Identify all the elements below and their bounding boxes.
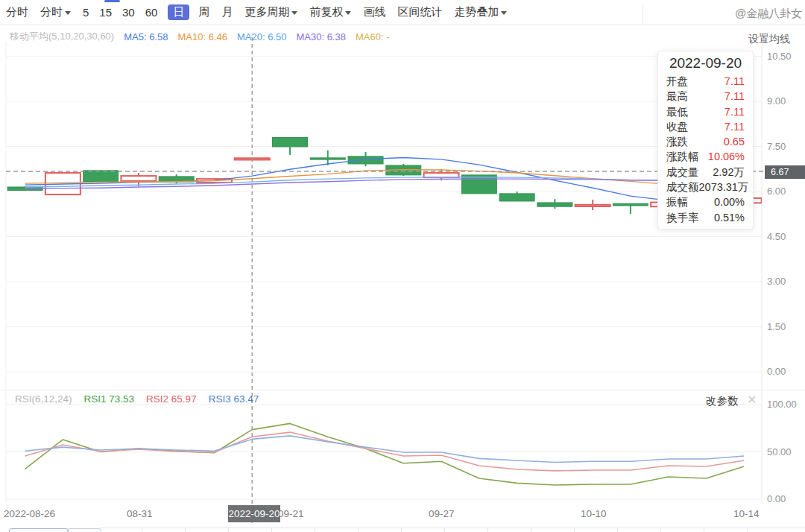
tooltip-value: 2.92万: [713, 165, 745, 180]
bottom-strip-tick: [315, 528, 315, 532]
rsi-edit-params-button[interactable]: 改参数: [706, 394, 739, 408]
rsi-legend-title: RSI(6,12,24): [15, 393, 72, 405]
bottom-strip-border: [100, 528, 805, 528]
price-tick: 1.50: [767, 322, 786, 332]
current-price-badge: 6.67: [765, 165, 805, 179]
bottom-tab-strip: [0, 524, 805, 532]
bottom-tab[interactable]: [67, 528, 101, 532]
x-axis-label: 09-21: [278, 508, 304, 519]
tooltip-label: 成交量: [666, 165, 699, 180]
rsi3-value: RSI3 63.47: [209, 393, 259, 405]
tooltip-value: 0.65: [724, 134, 745, 149]
bottom-strip-tick: [531, 528, 531, 532]
tooltip-label: 涨跌幅: [666, 149, 699, 164]
rsi-legend: RSI(6,12,24) RSI1 73.53 RSI2 65.97 RSI3 …: [15, 393, 259, 405]
bottom-strip-tick: [574, 528, 575, 532]
rsi-tick: 50.00: [767, 447, 792, 457]
tooltip-value: 7.11: [724, 74, 745, 89]
bottom-strip-tick: [704, 528, 704, 532]
rsi-tick: 0.00: [767, 494, 786, 504]
ohlc-tooltip: 2022-09-20 开盘7.11 最高7.11 最低7.11 收盘7.11 涨…: [657, 51, 754, 229]
stock-chart-app: 分时 分时 5 15 30 60 日 周 月 更多周期 前复权 画线 区间统计 …: [0, 0, 805, 532]
tooltip-value: 10.06%: [708, 149, 745, 164]
tooltip-label: 收盘: [666, 119, 688, 134]
price-tick: 7.50: [767, 142, 786, 152]
tooltip-value: 7.11: [724, 119, 745, 134]
bottom-strip-tick: [228, 528, 229, 532]
rsi2-value: RSI2 65.97: [146, 393, 197, 405]
tooltip-label: 开盘: [666, 74, 688, 89]
close-icon[interactable]: ✕: [747, 393, 757, 407]
bottom-strip-tick: [358, 528, 359, 532]
x-axis-label: 09-27: [429, 508, 455, 519]
tooltip-value: 7.11: [724, 104, 745, 119]
x-axis-label: 10-14: [733, 508, 760, 519]
x-axis-label: 08-31: [127, 508, 153, 519]
bottom-strip-tick: [401, 528, 402, 532]
bottom-strip-tick: [487, 528, 488, 532]
bottom-strip-tick: [660, 528, 661, 532]
tooltip-value: 2073.31万: [699, 180, 749, 194]
bottom-strip-tick: [142, 528, 142, 532]
tooltip-label: 换手率: [666, 210, 699, 225]
bottom-strip-tick: [444, 528, 445, 532]
price-tick: 4.50: [767, 232, 786, 242]
price-tick: 0.00: [767, 367, 786, 377]
tooltip-label: 涨跌: [666, 134, 688, 149]
tooltip-value: 7.11: [724, 89, 745, 104]
price-tick: 3.00: [767, 276, 786, 287]
price-tick: 9.00: [767, 96, 786, 107]
tooltip-value: 0.00%: [714, 194, 745, 209]
price-tick: 10.50: [767, 51, 792, 62]
bottom-strip-tick: [271, 528, 272, 532]
bottom-strip-tick: [617, 528, 618, 532]
tooltip-label: 成交额: [666, 180, 699, 194]
price-tick: 6.00: [767, 186, 786, 197]
tooltip-label: 最低: [666, 104, 688, 119]
crosshair-date-badge: 2022-09-20: [228, 505, 280, 522]
bottom-strip-tick: [747, 528, 748, 532]
x-axis-label: 10-10: [581, 508, 607, 519]
tooltip-label: 振幅: [666, 194, 688, 209]
x-axis-label: 2022-08-26: [4, 508, 55, 519]
rsi-tick: 100.00: [767, 399, 797, 410]
bottom-strip-tick: [185, 528, 186, 532]
tooltip-value: 0.51%: [714, 210, 745, 225]
rsi1-value: RSI1 73.53: [84, 393, 135, 405]
bottom-tab[interactable]: [9, 528, 69, 532]
rsi-panel-divider: [0, 390, 805, 390]
tooltip-label: 最高: [666, 89, 688, 104]
tooltip-date: 2022-09-20: [666, 55, 745, 72]
